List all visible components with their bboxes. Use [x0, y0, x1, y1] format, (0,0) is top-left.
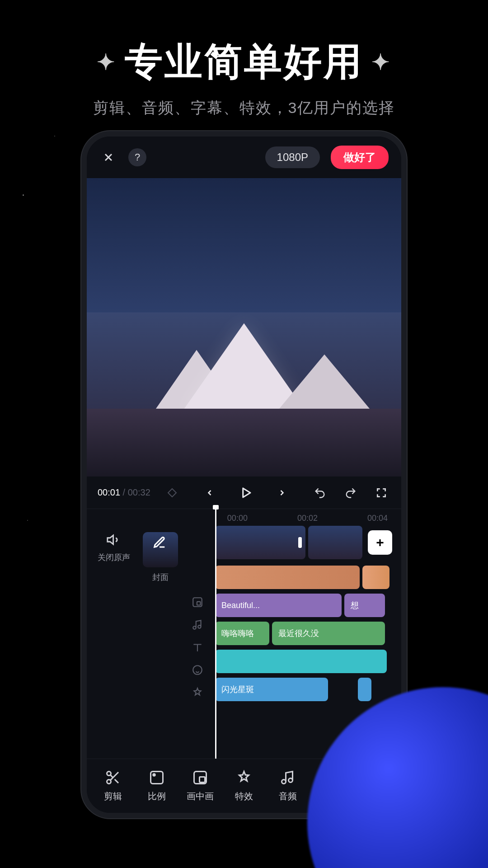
- svg-point-6: [153, 774, 155, 776]
- mute-button[interactable]: 关闭原声: [98, 532, 130, 583]
- phone-frame: ? 1080P 做好了 00:01 / 00:32: [81, 131, 407, 818]
- play-icon[interactable]: [237, 484, 255, 502]
- effect-clip[interactable]: 闪光星斑: [215, 678, 328, 701]
- undo-icon[interactable]: [311, 484, 329, 502]
- close-icon[interactable]: [99, 148, 117, 166]
- nav-audio[interactable]: 音频: [268, 769, 307, 802]
- hero-title: 专业简单好用: [125, 36, 363, 88]
- add-clip-button[interactable]: +: [368, 530, 392, 555]
- sticker-track[interactable]: [215, 650, 401, 673]
- pip-track[interactable]: [215, 566, 401, 589]
- time-ruler: 00:00 00:02 00:04: [87, 509, 401, 526]
- mute-label: 关闭原声: [98, 552, 130, 563]
- effect-track-icon: [189, 684, 206, 701]
- pip-track-icon: [189, 594, 206, 611]
- svg-rect-5: [150, 772, 163, 784]
- pip-clip[interactable]: [362, 566, 389, 589]
- sticker-clip[interactable]: [215, 650, 387, 673]
- video-track[interactable]: +: [215, 526, 401, 559]
- hero-header: ✦ 专业简单好用 ✦ 剪辑、音频、字幕、特效，3亿用户的选择: [0, 0, 488, 118]
- resolution-button[interactable]: 1080P: [265, 146, 320, 168]
- text-clip[interactable]: 最近很久没: [272, 622, 385, 645]
- keyframe-icon[interactable]: [163, 484, 181, 502]
- text-clip[interactable]: 嗨咯嗨咯: [215, 622, 269, 645]
- svg-rect-8: [200, 777, 205, 783]
- hero-subtitle: 剪辑、音频、字幕、特效，3亿用户的选择: [0, 98, 488, 118]
- video-preview[interactable]: [87, 178, 401, 476]
- redo-icon[interactable]: [342, 484, 360, 502]
- video-clip[interactable]: [215, 526, 305, 559]
- text-track-icon: [189, 639, 206, 656]
- editor-topbar: ? 1080P 做好了: [87, 137, 401, 178]
- nav-pip[interactable]: 画中画: [181, 769, 220, 802]
- svg-point-4: [107, 780, 111, 784]
- svg-point-2: [193, 665, 202, 675]
- music-track-icon: [189, 616, 206, 633]
- pip-clip[interactable]: [215, 566, 360, 589]
- sparkle-icon: ✦: [97, 49, 117, 75]
- text-track[interactable]: 嗨咯嗨咯 最近很久没: [215, 622, 401, 645]
- transport-bar: 00:01 / 00:32: [87, 476, 401, 509]
- svg-rect-1: [197, 602, 201, 605]
- cover-label: 封面: [152, 572, 169, 583]
- effect-clip[interactable]: [358, 678, 371, 701]
- effect-track[interactable]: 闪光星斑: [215, 678, 401, 701]
- help-button[interactable]: ?: [128, 148, 146, 166]
- svg-point-3: [107, 772, 111, 776]
- sparkle-icon: ✦: [371, 49, 391, 75]
- done-button[interactable]: 做好了: [331, 146, 389, 169]
- next-icon[interactable]: [273, 484, 291, 502]
- cover-button[interactable]: 封面: [143, 532, 178, 583]
- nav-fx[interactable]: 特效: [225, 769, 263, 802]
- nav-cut[interactable]: 剪辑: [94, 769, 132, 802]
- sticker-track-icon: [189, 661, 206, 679]
- fullscreen-icon[interactable]: [372, 484, 390, 502]
- audio-clip[interactable]: Beautiful...: [215, 594, 342, 617]
- audio-clip[interactable]: 想: [344, 594, 385, 617]
- video-clip[interactable]: [308, 526, 362, 559]
- playhead[interactable]: [215, 508, 216, 759]
- time-display: 00:01 / 00:32: [98, 487, 150, 498]
- audio-track[interactable]: Beautiful... 想: [215, 594, 401, 617]
- prev-icon[interactable]: [201, 484, 219, 502]
- nav-ratio[interactable]: 比例: [137, 769, 176, 802]
